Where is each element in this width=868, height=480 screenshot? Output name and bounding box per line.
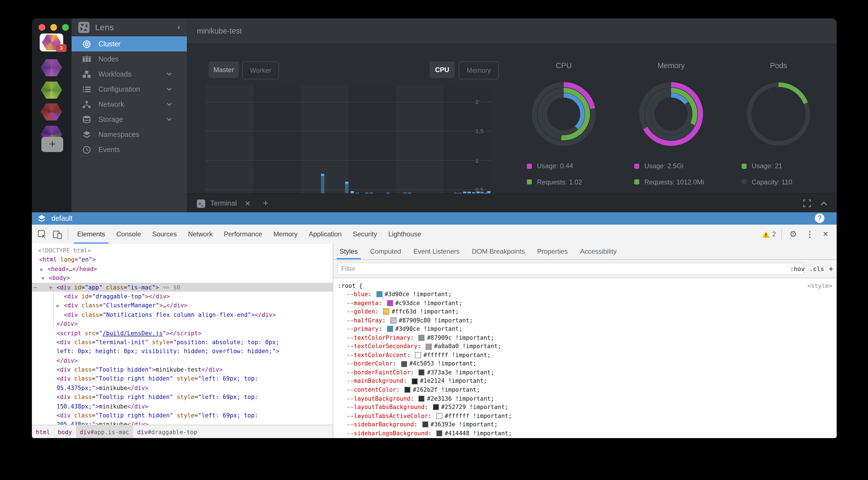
tab-security[interactable]: Security bbox=[347, 225, 383, 244]
tab-lighthouse[interactable]: Lighthouse bbox=[382, 225, 427, 244]
metric-tab-memory[interactable]: Memory bbox=[459, 62, 499, 79]
cluster-3-icon[interactable] bbox=[40, 81, 63, 99]
breadcrumb-item[interactable]: html bbox=[32, 425, 54, 438]
traffic-minimize-button[interactable] bbox=[50, 24, 57, 31]
terminal-tab-label[interactable]: Terminal bbox=[210, 200, 237, 207]
sidebar-item-cluster[interactable]: Cluster bbox=[71, 36, 187, 52]
color-swatch[interactable] bbox=[426, 343, 432, 349]
breadcrumb-item[interactable]: div#app.is-mac bbox=[76, 425, 133, 438]
dom-node[interactable]: <div class="Tooltip right hidden" style=… bbox=[32, 374, 333, 383]
traffic-close-button[interactable] bbox=[39, 24, 45, 31]
css-variable[interactable]: --mainBackground: #1e2124 !important; bbox=[333, 377, 837, 385]
dom-node[interactable]: 205.438px;">minikube</div> bbox=[32, 420, 333, 425]
sidebar-item-configuration[interactable]: Configuration bbox=[71, 81, 187, 97]
css-variable[interactable]: --halfGray: #87909c80 !important; bbox=[333, 316, 837, 325]
terminal-collapse-icon[interactable] bbox=[820, 201, 828, 206]
chevron-down-icon[interactable] bbox=[166, 116, 172, 123]
css-variable[interactable]: --sidebarLogoBackground: #414448 !import… bbox=[333, 429, 837, 438]
dom-node-selected[interactable]: ⋯▼<div id="app" class="is-mac"> == $0 bbox=[32, 282, 333, 292]
css-rule-origin[interactable]: <style> bbox=[807, 282, 832, 289]
terminal-add-icon[interactable]: + bbox=[263, 198, 269, 209]
color-swatch[interactable] bbox=[412, 378, 418, 384]
color-swatch[interactable] bbox=[404, 387, 410, 393]
dom-node[interactable]: ▶<div class="ClusterManager">…</div> bbox=[32, 301, 333, 310]
tab-elements[interactable]: Elements bbox=[71, 225, 111, 244]
color-swatch[interactable] bbox=[422, 422, 428, 428]
styles-tab-dom-breakpoints[interactable]: DOM Breakpoints bbox=[466, 244, 531, 259]
color-swatch[interactable] bbox=[418, 369, 425, 376]
css-selector[interactable]: :root { bbox=[338, 282, 363, 289]
dom-node[interactable]: <!DOCTYPE html> bbox=[32, 246, 333, 255]
styles-tab-computed[interactable]: Computed bbox=[364, 244, 407, 259]
tab-network[interactable]: Network bbox=[182, 225, 218, 244]
color-swatch[interactable] bbox=[415, 352, 421, 358]
sidebar-item-network[interactable]: Network bbox=[71, 97, 187, 112]
sidebar-item-events[interactable]: Events bbox=[71, 142, 187, 157]
inspect-element-icon[interactable] bbox=[37, 229, 47, 239]
help-button[interactable]: ? bbox=[815, 213, 825, 223]
color-swatch[interactable] bbox=[391, 317, 397, 323]
styles-tab-accessibility[interactable]: Accessibility bbox=[574, 244, 623, 259]
css-variable[interactable]: --textColorPrimary: #87909c !important; bbox=[333, 333, 837, 342]
dom-node[interactable]: <div class="Tooltip right hidden" style=… bbox=[32, 411, 333, 420]
console-warning-badge[interactable]: 2 bbox=[762, 230, 776, 238]
dom-node[interactable]: </div> bbox=[32, 356, 333, 365]
color-swatch[interactable] bbox=[436, 430, 442, 437]
css-variable[interactable]: --textColorAccent: #ffffff !important; bbox=[333, 351, 837, 359]
color-swatch[interactable] bbox=[433, 404, 439, 410]
metric-tab-cpu[interactable]: CPU bbox=[430, 62, 455, 78]
cluster-4-icon[interactable] bbox=[40, 103, 63, 121]
dom-node[interactable]: <script src="/build/LensDev.js"></script… bbox=[32, 328, 333, 338]
dom-node[interactable]: ▼<body> bbox=[32, 273, 333, 282]
sidebar-item-namespaces[interactable]: Namespaces bbox=[71, 127, 187, 142]
cluster-2-icon[interactable] bbox=[40, 59, 63, 76]
color-swatch[interactable] bbox=[418, 396, 425, 402]
css-variable[interactable]: --magenta: #c93dce !important; bbox=[333, 299, 837, 307]
css-variable[interactable]: --golden: #ffc63d !important; bbox=[333, 307, 837, 316]
sidebar-item-workloads[interactable]: Workloads bbox=[71, 67, 187, 81]
dom-node[interactable]: <div class="Tooltip hidden">minikube-tes… bbox=[32, 365, 333, 374]
add-cluster-button[interactable]: + bbox=[41, 137, 63, 152]
color-swatch[interactable] bbox=[383, 309, 389, 315]
styles-tab-event-listeners[interactable]: Event Listeners bbox=[407, 244, 466, 259]
device-toolbar-icon[interactable] bbox=[53, 229, 62, 239]
dom-node[interactable]: ▶<head>…</head> bbox=[32, 264, 333, 274]
styles-filter-input[interactable] bbox=[337, 263, 804, 275]
dom-node[interactable]: </div> bbox=[32, 319, 333, 328]
dom-node[interactable]: 150.438px;">minikube</div> bbox=[32, 402, 333, 411]
pseudo-state-toggle[interactable]: :hov bbox=[790, 265, 805, 272]
color-swatch[interactable] bbox=[376, 292, 382, 298]
css-variable[interactable]: --sidebarBackground: #36393e !important; bbox=[333, 420, 837, 429]
node-tab-master[interactable]: Master bbox=[209, 62, 239, 78]
dom-node[interactable]: left: 0px; height: 0px; visibility: hidd… bbox=[32, 347, 333, 356]
namespace-label[interactable]: default bbox=[52, 214, 72, 222]
color-swatch[interactable] bbox=[436, 413, 442, 419]
color-swatch[interactable] bbox=[418, 335, 425, 341]
traffic-zoom-button[interactable] bbox=[62, 24, 69, 31]
tab-sources[interactable]: Sources bbox=[147, 225, 182, 244]
styles-tab-properties[interactable]: Properties bbox=[531, 244, 574, 259]
terminal-fullscreen-icon[interactable] bbox=[803, 200, 811, 207]
color-swatch[interactable] bbox=[401, 361, 407, 367]
node-options-icon[interactable]: ⋯ bbox=[34, 282, 37, 292]
devtools-menu-icon[interactable]: ⋮ bbox=[806, 230, 814, 239]
sidebar-item-nodes[interactable]: Nodes bbox=[71, 52, 187, 67]
css-variable[interactable]: --textColorSecondary: #a0a0a0 !important… bbox=[333, 342, 837, 351]
css-variable[interactable]: --layoutTabsBackground: #252729 !importa… bbox=[333, 403, 837, 412]
styles-tab-styles[interactable]: Styles bbox=[333, 244, 364, 259]
breadcrumb-item[interactable]: div#draggable-top bbox=[133, 425, 201, 438]
dom-node[interactable]: <div id="draggable-top"></div> bbox=[32, 292, 333, 301]
terminal-close-icon[interactable]: ✕ bbox=[245, 199, 251, 208]
resource-link[interactable]: /build/LensDev.js bbox=[102, 330, 162, 336]
node-tab-worker[interactable]: Worker bbox=[242, 62, 279, 79]
css-variable[interactable]: --primary: #3d90ce !important; bbox=[333, 325, 837, 333]
breadcrumb-item[interactable]: body bbox=[54, 425, 76, 438]
class-toggle[interactable]: .cls bbox=[809, 265, 824, 272]
chevron-down-icon[interactable] bbox=[166, 71, 172, 77]
new-style-rule-button[interactable]: + bbox=[829, 264, 833, 273]
css-variable[interactable]: --blue: #3d90ce !important; bbox=[333, 290, 837, 299]
dom-node[interactable]: <div class="Tooltip right hidden" style=… bbox=[32, 392, 333, 402]
sidebar-item-storage[interactable]: Storage bbox=[71, 112, 187, 127]
devtools-close-icon[interactable]: ✕ bbox=[823, 230, 828, 238]
dom-node[interactable]: <div class="terminal-init" style="positi… bbox=[32, 338, 333, 347]
